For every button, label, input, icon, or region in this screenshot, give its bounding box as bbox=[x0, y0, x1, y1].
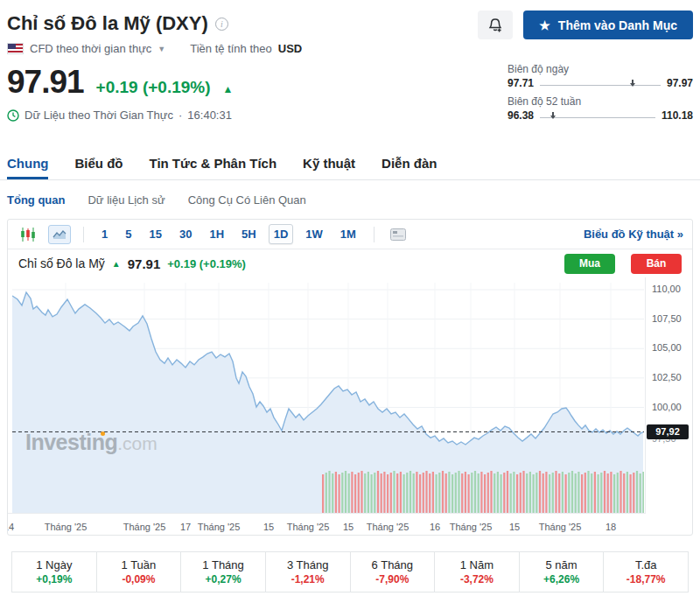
perf-change-value: +6,26% bbox=[543, 573, 579, 585]
x-axis-tick: Tháng '25 bbox=[450, 522, 493, 532]
performance-table: 1 Ngày+0,19%1 Tuần-0,09%1 Tháng+0,27%3 T… bbox=[11, 551, 689, 592]
perf-period-label: 1 Tháng bbox=[202, 558, 243, 571]
perf-change-value: +0,19% bbox=[36, 573, 72, 585]
axis-separator bbox=[645, 277, 646, 514]
day-range-track bbox=[540, 80, 661, 88]
y-axis-tick: 107,50 bbox=[652, 313, 682, 324]
perf-period-label: 5 năm bbox=[545, 558, 577, 571]
perf-change-value: -1,21% bbox=[291, 573, 325, 585]
x-axis-tick: 18 bbox=[606, 522, 616, 532]
timeframe-5h[interactable]: 5H bbox=[236, 224, 262, 244]
perf-cell-5-n-m: 5 năm+6,26% bbox=[519, 552, 604, 592]
x-axis-tick: Tháng '25 bbox=[45, 522, 88, 532]
tab-di-n-n[interactable]: Diễn đàn bbox=[382, 149, 437, 179]
timeframe-15[interactable]: 15 bbox=[144, 224, 166, 244]
perf-cell-1-tu-n: 1 Tuần-0,09% bbox=[96, 552, 181, 592]
perf-cell-3-th-ng: 3 Tháng-1,21% bbox=[265, 552, 350, 592]
x-axis-tick: 15 bbox=[509, 522, 520, 532]
watchlist-button-label: Thêm vào Danh Mục bbox=[558, 18, 677, 32]
week52-range-track bbox=[540, 112, 655, 120]
perf-period-label: 1 Năm bbox=[460, 558, 494, 571]
buy-button[interactable]: Mua bbox=[564, 254, 615, 274]
timeframe-30[interactable]: 30 bbox=[174, 224, 197, 244]
day-range-high: 97.97 bbox=[667, 77, 693, 89]
investing-watermark: Investing.com bbox=[25, 430, 158, 455]
tab-chung[interactable]: Chung bbox=[7, 149, 48, 179]
page-title: Chỉ số Đô la Mỹ (DXY) bbox=[7, 12, 208, 35]
perf-period-label: T.đa bbox=[635, 558, 657, 571]
chart-plot-area[interactable] bbox=[12, 283, 644, 513]
perf-change-value: -0,09% bbox=[122, 573, 155, 585]
realtime-clock: 16:40:31 bbox=[187, 109, 232, 122]
subtab-t-ng-quan[interactable]: Tổng quan bbox=[7, 193, 65, 207]
last-price-tag: 97,92 bbox=[647, 424, 689, 439]
clock-icon bbox=[7, 109, 19, 122]
perf-period-label: 1 Ngày bbox=[36, 558, 72, 571]
currency-label: Tiền tệ tính theo bbox=[190, 42, 271, 55]
toolbar-divider bbox=[374, 227, 374, 242]
perf-cell-6-th-ng: 6 Tháng-7,90% bbox=[350, 552, 435, 592]
x-axis-tick: Tháng '25 bbox=[367, 522, 410, 532]
instrument-type-label[interactable]: CFD theo thời gian thực bbox=[30, 42, 151, 55]
chevron-down-icon[interactable]: ▼ bbox=[158, 45, 165, 53]
perf-cell-1-n-m: 1 Năm-3,72% bbox=[434, 552, 519, 592]
day-range-label: Biên độ ngày bbox=[508, 63, 693, 75]
currency-value: USD bbox=[278, 42, 302, 55]
x-axis-tick: 14 bbox=[7, 522, 14, 532]
add-to-watchlist-button[interactable]: ★ Thêm vào Danh Mục bbox=[523, 11, 693, 39]
y-axis-tick: 102,50 bbox=[652, 372, 682, 382]
timeframe-1[interactable]: 1 bbox=[96, 224, 113, 244]
timeframe-1h[interactable]: 1H bbox=[204, 224, 229, 244]
tab-bi-u-[interactable]: Biểu đồ bbox=[74, 149, 122, 179]
tab-tin-t-c-ph-n-t-ch[interactable]: Tin Tức & Phân Tích bbox=[149, 149, 276, 179]
area-chart-icon[interactable] bbox=[48, 225, 71, 244]
y-axis-tick: 100,00 bbox=[652, 402, 682, 412]
x-axis-tick: 16 bbox=[430, 522, 440, 532]
price-change: +0.19 (+0.19%) bbox=[96, 78, 211, 97]
chart-header: Chỉ số Đô la Mỹ ▲ 97.91 +0.19 (+0.19%) M… bbox=[8, 249, 692, 277]
x-axis-tick: Tháng '25 bbox=[123, 522, 166, 532]
technical-chart-link[interactable]: Biểu đồ Kỹ thuật » bbox=[584, 228, 683, 241]
candlestick-chart-icon[interactable] bbox=[17, 225, 39, 244]
chart-price-change: +0.19 (+0.19%) bbox=[167, 257, 246, 270]
chart-widget: 1515301H5H1D1W1M Biểu đồ Kỹ thuật » Chỉ … bbox=[7, 219, 693, 536]
main-tabs: ChungBiểu đồTin Tức & Phân TíchKỹ thuậtD… bbox=[0, 149, 700, 180]
sub-tabs: Tổng quanDữ liệu Lịch sửCông Cụ Có Liên … bbox=[0, 180, 700, 219]
timeframe-buttons: 1515301H5H1D1W1M bbox=[96, 224, 361, 244]
timeframe-1m[interactable]: 1M bbox=[335, 224, 361, 244]
realtime-label: Dữ Liệu theo Thời Gian Thực bbox=[24, 109, 173, 122]
chart-last-price: 97.91 bbox=[128, 256, 161, 271]
ranges-panel: Biên độ ngày 97.71 97.97 Biên độ 52 tuần… bbox=[508, 63, 693, 128]
chart-up-arrow-icon: ▲ bbox=[112, 259, 121, 269]
sell-button[interactable]: Bán bbox=[631, 254, 682, 274]
dxy-overview-page: Chỉ số Đô la Mỹ (DXY) i ★ Thêm vào Danh … bbox=[0, 0, 700, 603]
day-range-low: 97.71 bbox=[508, 77, 534, 89]
perf-change-value: -18,77% bbox=[626, 573, 666, 585]
x-axis-tick: 15 bbox=[263, 522, 274, 532]
week52-range-label: Biên độ 52 tuần bbox=[508, 95, 693, 108]
perf-change-value: -3,72% bbox=[460, 573, 494, 585]
timeframe-1w[interactable]: 1W bbox=[300, 224, 328, 244]
perf-change-value: -7,90% bbox=[375, 573, 409, 585]
chart-toolbar: 1515301H5H1D1W1M Biểu đồ Kỹ thuật » bbox=[8, 220, 692, 249]
alert-bell-button[interactable] bbox=[478, 11, 513, 39]
star-icon: ★ bbox=[539, 18, 550, 32]
tab-k-thu-t[interactable]: Kỹ thuật bbox=[303, 149, 355, 179]
watermark-flame-dot bbox=[101, 431, 105, 436]
timeframe-5[interactable]: 5 bbox=[120, 224, 136, 244]
instrument-header: Chỉ số Đô la Mỹ (DXY) i ★ Thêm vào Danh … bbox=[0, 0, 700, 149]
y-axis-tick: 110,00 bbox=[652, 284, 681, 294]
info-icon[interactable]: i bbox=[215, 18, 228, 31]
x-axis-tick: Tháng '25 bbox=[287, 522, 330, 532]
chart-layout-icon[interactable] bbox=[387, 225, 410, 244]
week52-range-low: 96.38 bbox=[508, 109, 534, 122]
price-chart[interactable]: Investing.com 110,00107,50105,00102,5010… bbox=[8, 277, 692, 536]
subtab-d-li-u-l-ch-s-[interactable]: Dữ liệu Lịch sử bbox=[88, 193, 164, 207]
last-price: 97.91 bbox=[7, 64, 84, 101]
subtab-c-ng-c-c-li-n-quan[interactable]: Công Cụ Có Liên Quan bbox=[188, 193, 306, 207]
timeframe-1d[interactable]: 1D bbox=[269, 224, 294, 244]
x-axis-tick: 15 bbox=[343, 522, 354, 532]
time-separator: · bbox=[178, 109, 182, 122]
perf-cell-1-ng-y: 1 Ngày+0,19% bbox=[12, 552, 96, 592]
y-axis-tick: 105,00 bbox=[652, 342, 682, 353]
